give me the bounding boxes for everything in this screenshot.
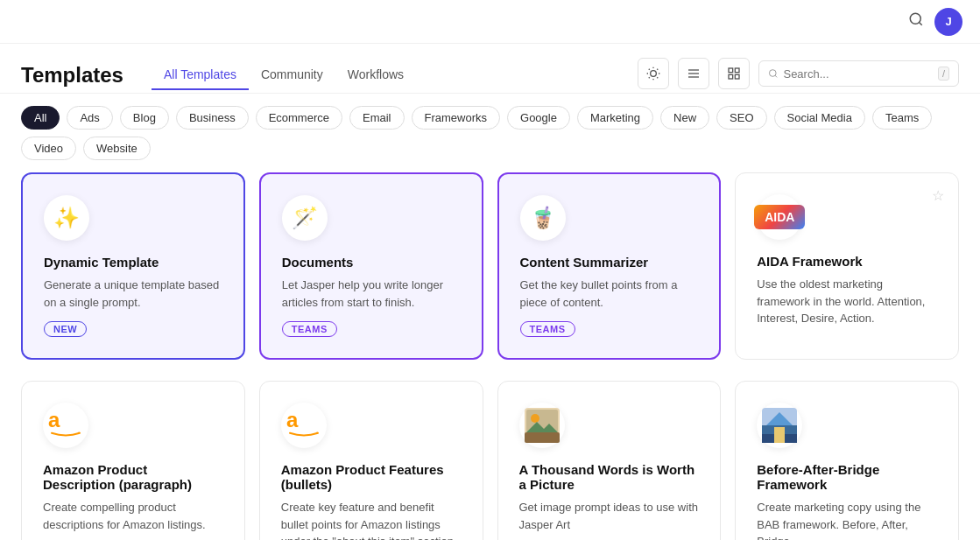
card-documents[interactable]: 🪄 Documents Let Jasper help you write lo… [259,172,483,360]
svg-line-9 [649,77,650,78]
svg-line-6 [657,77,658,78]
filter-video[interactable]: Video [21,137,76,160]
card-desc-dynamic-template: Generate a unique template based on a si… [44,277,222,311]
card-title-bab: Before-After-Bridge Framework [757,462,937,492]
card-amazon-product-desc[interactable]: a Amazon Product Description (paragraph)… [21,381,245,540]
card-icon-dynamic-template: ✨ [44,195,89,241]
nav-community[interactable]: Community [249,60,335,90]
card-amazon-product-features[interactable]: a Amazon Product Features (bullets) Crea… [259,381,483,540]
grid-view-button[interactable] [718,58,750,89]
header: Templates All Templates Community Workfl… [0,44,980,94]
filter-blog[interactable]: Blog [120,106,169,130]
filter-bar: All Ads Blog Business Ecommerce Email Fr… [0,94,980,172]
card-desc-aida: Use the oldest marketing framework in th… [757,276,937,327]
nav-all-templates[interactable]: All Templates [152,60,249,90]
svg-line-19 [775,75,777,77]
list-view-button[interactable] [678,58,709,89]
cards-row1: ✨ Dynamic Template Generate a unique tem… [0,172,980,381]
svg-line-1 [919,22,921,25]
card-desc-documents: Let Jasper help you write longer article… [282,277,461,311]
card-icon-documents: 🪄 [282,195,328,241]
card-icon-thousand-words [519,403,565,448]
search-input-icon [768,67,779,80]
top-bar-icons: J [908,8,962,36]
nav-workflows[interactable]: Workflows [335,60,416,90]
search-input[interactable] [783,67,932,81]
svg-rect-17 [735,74,739,79]
card-title-amazon-features: Amazon Product Features (bullets) [281,462,462,492]
theme-toggle-button[interactable] [638,58,669,89]
svg-point-26 [531,414,539,423]
card-title-dynamic-template: Dynamic Template [44,255,222,270]
header-right: / [638,58,959,89]
card-desc-amazon-desc: Create compelling product descriptions f… [43,499,223,533]
svg-rect-15 [735,68,739,73]
filter-marketing[interactable]: Marketing [577,106,653,130]
filter-seo[interactable]: SEO [716,106,766,130]
svg-point-2 [651,71,657,77]
search-shortcut: / [938,67,949,81]
svg-rect-28 [525,432,560,443]
filter-frameworks[interactable]: Frameworks [412,106,501,130]
filter-ecommerce[interactable]: Ecommerce [256,106,342,130]
cards-row2: a Amazon Product Description (paragraph)… [0,381,980,540]
card-icon-amazon-features: a [281,403,327,448]
svg-line-5 [649,69,650,70]
card-title-documents: Documents [282,255,461,270]
header-nav: All Templates Community Workflows [152,60,416,90]
svg-rect-16 [729,74,733,79]
svg-line-10 [657,69,658,70]
filter-email[interactable]: Email [349,106,405,130]
filter-all[interactable]: All [21,106,60,130]
badge-teams-summarizer: TEAMS [520,321,575,337]
svg-rect-33 [774,427,785,443]
card-bab-framework[interactable]: Before-After-Bridge Framework Create mar… [735,381,959,540]
filter-social-media[interactable]: Social Media [774,106,865,130]
card-icon-aida: AIDA [757,194,802,240]
badge-new: NEW [44,321,87,337]
filter-new[interactable]: New [660,106,709,130]
top-bar: J [0,0,980,44]
card-title-thousand-words: A Thousand Words is Worth a Picture [519,462,700,492]
filter-ads[interactable]: Ads [67,106,112,130]
card-title-content-summarizer: Content Summarizer [520,255,699,270]
search-box[interactable]: / [758,60,959,87]
filter-website[interactable]: Website [83,137,151,160]
svg-rect-14 [729,68,733,73]
card-icon-bab [757,403,802,448]
card-icon-content-summarizer: 🧋 [520,195,566,241]
card-dynamic-template[interactable]: ✨ Dynamic Template Generate a unique tem… [21,172,245,360]
page-title: Templates [21,63,123,88]
search-icon[interactable] [908,11,924,32]
card-thousand-words[interactable]: A Thousand Words is Worth a Picture Get … [497,381,722,540]
avatar[interactable]: J [934,8,962,36]
card-desc-content-summarizer: Get the key bullet points from a piece o… [520,277,699,311]
svg-text:a: a [48,408,60,431]
svg-text:a: a [286,408,299,431]
card-title-aida: AIDA Framework [757,254,937,269]
card-desc-bab: Create marketing copy using the BAB fram… [757,499,937,540]
card-aida-framework[interactable]: ☆ AIDA AIDA Framework Use the oldest mar… [735,172,959,360]
svg-point-0 [910,13,920,24]
star-icon[interactable]: ☆ [932,187,944,204]
filter-business[interactable]: Business [176,106,249,130]
card-title-amazon-desc: Amazon Product Description (paragraph) [43,462,223,492]
card-content-summarizer[interactable]: 🧋 Content Summarizer Get the key bullet … [497,172,722,360]
card-desc-amazon-features: Create key feature and benefit bullet po… [281,499,462,540]
svg-point-18 [769,70,776,77]
card-icon-amazon-desc: a [43,403,88,448]
filter-google[interactable]: Google [507,106,570,130]
card-desc-thousand-words: Get image prompt ideas to use with Jaspe… [519,499,700,533]
filter-teams[interactable]: Teams [872,106,932,130]
badge-teams-documents: TEAMS [282,321,337,337]
